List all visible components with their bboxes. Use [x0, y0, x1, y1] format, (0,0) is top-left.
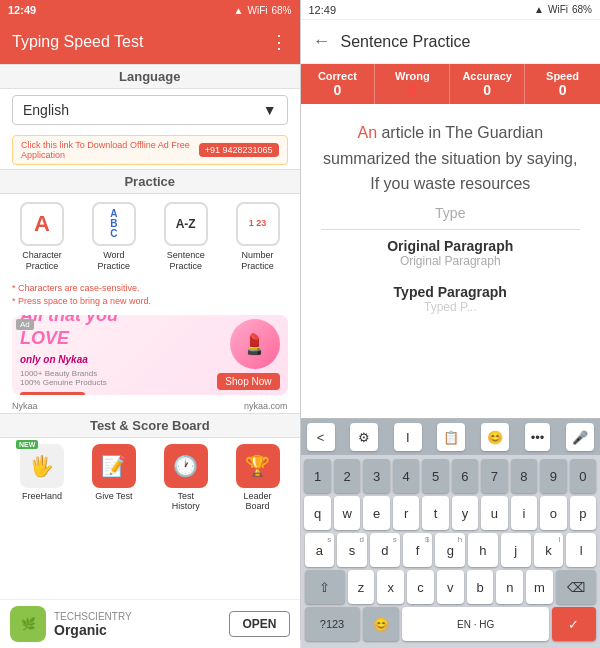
kb-key-l[interactable]: l	[566, 533, 596, 567]
kb-key-g[interactable]: gh	[435, 533, 465, 567]
kb-lang-btn[interactable]: EN · HG	[402, 607, 549, 641]
scoreboard-leaderboard[interactable]: 🏆 LeaderBoard	[236, 444, 280, 513]
kb-key-n[interactable]: n	[496, 570, 523, 604]
kb-key-7[interactable]: 7	[481, 459, 507, 493]
kb-key-o[interactable]: o	[540, 496, 566, 530]
ad-line3: only on Nykaa	[20, 354, 88, 365]
kb-key-y[interactable]: y	[452, 496, 478, 530]
practice-item-character[interactable]: A CharacterPractice	[12, 202, 72, 272]
notice-1: * Characters are case-sensitive.	[12, 282, 288, 296]
kb-key-q[interactable]: q	[304, 496, 330, 530]
kb-key-d[interactable]: ds	[370, 533, 400, 567]
wifi-right-icon: WiFi	[548, 4, 568, 15]
kb-key-z[interactable]: z	[348, 570, 375, 604]
kb-key-s[interactable]: sd	[337, 533, 367, 567]
bottom-ad-logo: 🌿	[10, 606, 46, 642]
practice-header: Practice	[0, 169, 300, 194]
leaderboard-icon: 🏆	[236, 444, 280, 488]
kb-key-e[interactable]: e	[363, 496, 389, 530]
install-btn[interactable]: INSTALL NOW	[20, 392, 85, 394]
kb-key-1[interactable]: 1	[304, 459, 330, 493]
kb-key-4[interactable]: 4	[393, 459, 419, 493]
practice-item-word[interactable]: ABC WordPractice	[84, 202, 144, 272]
kb-key-h[interactable]: h	[468, 533, 498, 567]
freehand-label: FreeHand	[22, 491, 62, 502]
sentence-display: An article in The Guardian summarized th…	[301, 104, 601, 205]
kb-shift-key[interactable]: ⇧	[305, 570, 345, 604]
language-dropdown[interactable]: English ▼	[12, 95, 288, 125]
kb-key-t[interactable]: t	[422, 496, 448, 530]
back-button[interactable]: ←	[313, 31, 331, 52]
keyboard-settings-btn[interactable]: ⚙	[350, 423, 378, 451]
bottom-ad-name: Organic	[54, 622, 221, 638]
keyboard-mic-btn[interactable]: 🎤	[566, 423, 594, 451]
kb-key-2[interactable]: 2	[334, 459, 360, 493]
scoreboard-history[interactable]: 🕐 TestHistory	[164, 444, 208, 513]
practice-item-sentence[interactable]: A-Z SentencePractice	[156, 202, 216, 272]
keyboard-back-btn[interactable]: <	[307, 423, 335, 451]
scoreboard-freehand[interactable]: NEW 🖐 FreeHand	[20, 444, 64, 513]
keyboard-clipboard-btn[interactable]: 📋	[437, 423, 465, 451]
type-hint[interactable]: Type	[321, 205, 581, 230]
sentence-practice-title: Sentence Practice	[341, 33, 471, 51]
kb-key-j[interactable]: j	[501, 533, 531, 567]
status-bar-left: 12:49 ▲ WiFi 68%	[0, 0, 300, 20]
stat-correct: Correct 0	[301, 64, 376, 104]
kb-key-r[interactable]: r	[393, 496, 419, 530]
kb-row-qwerty: q w e r t y u i o p	[305, 496, 597, 530]
keyboard-emoji-toolbar-btn[interactable]: 😊	[481, 423, 509, 451]
kb-key-w[interactable]: w	[334, 496, 360, 530]
kb-key-8[interactable]: 8	[511, 459, 537, 493]
stats-header: Correct 0 Wrong 0 Accuracy 0 Speed 0	[301, 64, 601, 104]
ad-url: nykaa.com	[244, 401, 288, 411]
kb-key-3[interactable]: 3	[363, 459, 389, 493]
battery-left: 68%	[271, 5, 291, 16]
kb-key-i[interactable]: i	[511, 496, 537, 530]
kb-key-x[interactable]: x	[377, 570, 404, 604]
kb-key-m[interactable]: m	[526, 570, 553, 604]
kb-key-0[interactable]: 0	[570, 459, 596, 493]
notice-text: * Characters are case-sensitive. * Press…	[0, 280, 300, 311]
open-btn[interactable]: OPEN	[229, 611, 289, 637]
ad-banner: Ad All that you LOVE only on Nykaa 1000+…	[12, 315, 288, 395]
wifi-icon: WiFi	[247, 5, 267, 16]
givetest-label: Give Test	[95, 491, 132, 502]
typed-paragraph-title: Typed Paragraph	[317, 284, 585, 300]
kb-row-numbers: 1 2 3 4 5 6 7 8 9 0	[305, 459, 597, 493]
scoreboard-givetest[interactable]: 📝 Give Test	[92, 444, 136, 513]
app-bar-right: ← Sentence Practice	[301, 20, 601, 64]
kb-key-p[interactable]: p	[570, 496, 596, 530]
leaderboard-label: LeaderBoard	[244, 491, 272, 513]
keyboard-toolbar: < ⚙ I 📋 😊 ••• 🎤	[301, 419, 601, 455]
kb-key-c[interactable]: c	[407, 570, 434, 604]
wrong-label: Wrong	[379, 70, 445, 82]
practice-item-number[interactable]: 1 2 3 NumberPractice	[228, 202, 288, 272]
kb-backspace-key[interactable]: ⌫	[556, 570, 596, 604]
kb-key-v[interactable]: v	[437, 570, 464, 604]
kb-key-9[interactable]: 9	[540, 459, 566, 493]
kb-numbers-btn[interactable]: ?123	[305, 607, 360, 641]
character-icon: A	[20, 202, 64, 246]
keyboard-more-btn[interactable]: •••	[525, 423, 551, 451]
download-phone-btn[interactable]: +91 9428231065	[199, 143, 279, 157]
download-text: Click this link To Download Offline Ad F…	[21, 140, 195, 160]
kb-key-k[interactable]: kl	[534, 533, 564, 567]
kb-key-5[interactable]: 5	[422, 459, 448, 493]
kb-key-u[interactable]: u	[481, 496, 507, 530]
ad-subtext: 1000+ Beauty Brands100% Genuine Products	[20, 369, 118, 387]
kb-row-asdf: as sd ds f$ gh h j kl l	[305, 533, 597, 567]
kb-enter-btn[interactable]: ✓	[552, 607, 596, 641]
kb-key-f[interactable]: f$	[403, 533, 433, 567]
keyboard-cursor-btn[interactable]: I	[394, 423, 422, 451]
signal-icon: ▲	[234, 5, 244, 16]
correct-value: 0	[305, 82, 371, 98]
menu-icon[interactable]: ⋮	[270, 31, 288, 53]
kb-key-6[interactable]: 6	[452, 459, 478, 493]
language-section: English ▼	[0, 89, 300, 131]
wrong-value: 0	[379, 82, 445, 98]
kb-key-a[interactable]: as	[305, 533, 335, 567]
original-paragraph-title: Original Paragraph	[317, 238, 585, 254]
kb-emoji-btn[interactable]: 😊	[363, 607, 400, 641]
kb-key-b[interactable]: b	[467, 570, 494, 604]
shop-now-btn[interactable]: Shop Now	[217, 373, 279, 390]
